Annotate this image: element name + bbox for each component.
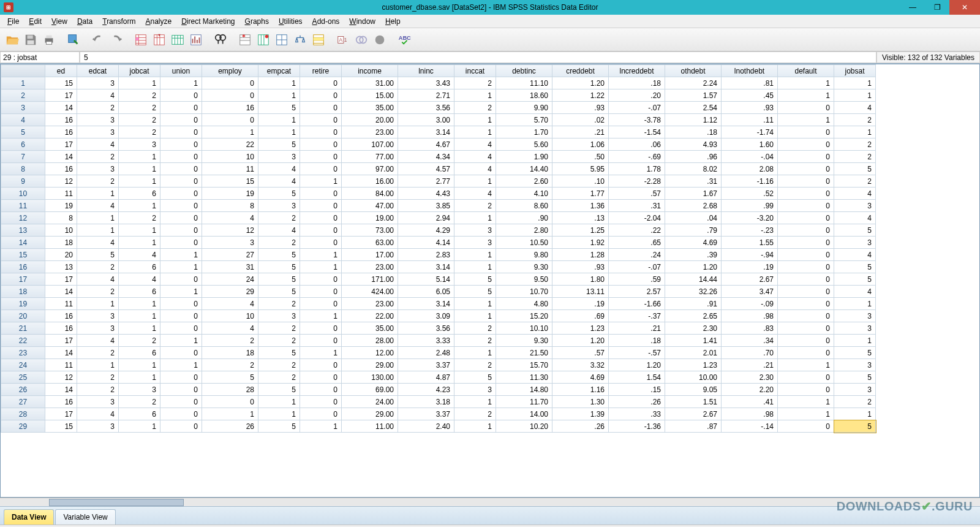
data-cell[interactable]: 1	[160, 77, 202, 89]
data-cell[interactable]: .90	[496, 212, 552, 224]
data-cell[interactable]: 4.93	[665, 138, 722, 151]
data-cell[interactable]: 3	[77, 322, 119, 335]
data-cell[interactable]: 17	[45, 335, 77, 347]
data-cell[interactable]: 4	[454, 151, 496, 163]
use-sets-icon[interactable]	[353, 31, 370, 48]
data-cell[interactable]: -2.28	[609, 175, 665, 188]
data-cell[interactable]: 2	[119, 396, 160, 408]
data-cell[interactable]: 4	[454, 188, 496, 200]
data-cell[interactable]: 1.90	[496, 151, 552, 163]
data-cell[interactable]: 3	[834, 322, 876, 335]
data-cell[interactable]: 29.00	[342, 359, 398, 371]
data-cell[interactable]: 2	[77, 151, 119, 163]
data-cell[interactable]: 2	[454, 359, 496, 371]
data-cell[interactable]: 16	[45, 310, 77, 322]
data-cell[interactable]: 13	[45, 261, 77, 273]
data-cell[interactable]: 0	[778, 420, 834, 433]
data-cell[interactable]: 17	[45, 89, 77, 102]
menu-utilities[interactable]: Utilities	[274, 16, 307, 27]
data-cell[interactable]: -.23	[722, 224, 778, 237]
data-cell[interactable]: 1	[778, 114, 834, 126]
data-cell[interactable]: 5	[258, 188, 300, 200]
column-header-lncreddebt[interactable]: lncreddebt	[609, 65, 665, 77]
data-cell[interactable]: 47.00	[342, 200, 398, 212]
data-cell[interactable]: 1.60	[722, 138, 778, 151]
data-cell[interactable]: 1	[258, 77, 300, 89]
data-cell[interactable]: 6.05	[398, 286, 454, 298]
data-cell[interactable]: 1.20	[552, 77, 609, 89]
row-header[interactable]: 17	[1, 273, 45, 286]
data-cell[interactable]: -1.36	[609, 420, 665, 433]
data-cell[interactable]: 24.00	[342, 396, 398, 408]
data-cell[interactable]: .13	[552, 212, 609, 224]
row-header[interactable]: 14	[1, 237, 45, 249]
data-cell[interactable]: 0	[300, 212, 342, 224]
data-cell[interactable]: 26	[202, 420, 258, 433]
data-cell[interactable]: 4.67	[398, 138, 454, 151]
menu-help[interactable]: Help	[380, 16, 405, 27]
data-cell[interactable]: 11.70	[496, 396, 552, 408]
data-cell[interactable]: 5	[77, 249, 119, 261]
data-cell[interactable]: 10.50	[496, 237, 552, 249]
data-cell[interactable]: 5	[834, 163, 876, 175]
data-cell[interactable]: 3	[77, 163, 119, 175]
data-cell[interactable]: 19	[202, 188, 258, 200]
data-cell[interactable]: 5	[258, 286, 300, 298]
data-cell[interactable]: 3.18	[398, 396, 454, 408]
data-cell[interactable]: 0	[160, 408, 202, 420]
data-cell[interactable]: .02	[552, 114, 609, 126]
data-cell[interactable]: 1	[454, 310, 496, 322]
data-cell[interactable]: 15	[45, 77, 77, 89]
data-cell[interactable]: 3.47	[722, 286, 778, 298]
data-cell[interactable]: 14	[45, 102, 77, 114]
data-cell[interactable]: 97.00	[342, 163, 398, 175]
data-cell[interactable]: 130.00	[342, 371, 398, 384]
data-cell[interactable]: 4	[258, 224, 300, 237]
data-cell[interactable]: 0	[778, 175, 834, 188]
data-cell[interactable]: 19.00	[342, 212, 398, 224]
data-cell[interactable]: 4	[454, 138, 496, 151]
row-header[interactable]: 29	[1, 420, 45, 433]
data-cell[interactable]: 9.90	[496, 102, 552, 114]
data-cell[interactable]: .57	[552, 347, 609, 359]
data-cell[interactable]: 11	[202, 163, 258, 175]
data-cell[interactable]: 2	[454, 408, 496, 420]
data-cell[interactable]: 1	[119, 359, 160, 371]
data-cell[interactable]: 16	[45, 114, 77, 126]
data-cell[interactable]: 1	[160, 261, 202, 273]
data-cell[interactable]: 1.36	[552, 200, 609, 212]
data-cell[interactable]: 2	[258, 359, 300, 371]
data-cell[interactable]: 2	[454, 77, 496, 89]
data-cell[interactable]: 1.57	[665, 89, 722, 102]
data-cell[interactable]: 3	[454, 237, 496, 249]
data-cell[interactable]: .31	[609, 200, 665, 212]
data-cell[interactable]: 1	[454, 261, 496, 273]
data-cell[interactable]: 0	[300, 371, 342, 384]
data-cell[interactable]: 4	[834, 188, 876, 200]
data-cell[interactable]: 22	[202, 138, 258, 151]
data-cell[interactable]: .91	[665, 298, 722, 310]
data-cell[interactable]: 1	[77, 224, 119, 237]
data-cell[interactable]: 22.00	[342, 310, 398, 322]
menu-analyze[interactable]: Analyze	[140, 16, 176, 27]
data-cell[interactable]: 0	[160, 237, 202, 249]
data-cell[interactable]: 4	[202, 298, 258, 310]
data-cell[interactable]: 1	[454, 396, 496, 408]
data-cell[interactable]: 2	[119, 114, 160, 126]
data-cell[interactable]: 1	[300, 310, 342, 322]
data-cell[interactable]: 1	[160, 359, 202, 371]
data-cell[interactable]: 8	[202, 200, 258, 212]
maximize-button[interactable]: ❐	[925, 0, 949, 15]
data-cell[interactable]: 14.00	[496, 408, 552, 420]
row-header[interactable]: 16	[1, 261, 45, 273]
data-cell[interactable]: 17	[45, 138, 77, 151]
data-cell[interactable]: 2	[454, 335, 496, 347]
data-cell[interactable]: 8	[45, 212, 77, 224]
data-cell[interactable]: 3.14	[398, 298, 454, 310]
column-header-jobsat[interactable]: jobsat	[834, 65, 876, 77]
data-cell[interactable]: 2.54	[665, 102, 722, 114]
data-cell[interactable]: 1	[834, 89, 876, 102]
data-cell[interactable]: 14	[45, 151, 77, 163]
data-cell[interactable]: 3	[77, 114, 119, 126]
data-cell[interactable]: 2	[258, 322, 300, 335]
